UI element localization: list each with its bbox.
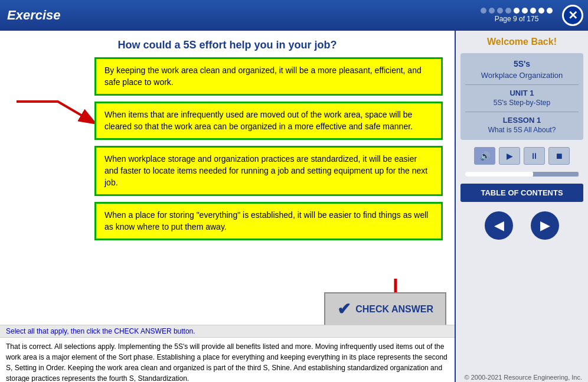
close-icon: ✕	[568, 9, 578, 21]
progress-bar-fill	[465, 172, 533, 177]
welcome-text: Welcome Back!	[487, 37, 557, 47]
next-icon: ▶	[540, 218, 550, 233]
page-dot-6	[522, 8, 528, 14]
close-button[interactable]: ✕	[562, 5, 583, 26]
feedback-text: That is correct. All selections apply. I…	[6, 342, 447, 382]
choice-2-text: When items that are infrequently used ar…	[104, 110, 413, 131]
page-dot-1	[481, 8, 486, 14]
check-answer-label: CHECK ANSWER	[355, 304, 433, 315]
instruction-bar: Select all that apply, then click the CH…	[0, 325, 455, 337]
choice-1-text: By keeping the work area clean and organ…	[104, 66, 422, 87]
stop-button[interactable]: ⏹	[548, 147, 570, 165]
question-title: How could a 5S effort help you in your j…	[0, 31, 455, 57]
right-sidebar: Welcome Back! 5S's Workplace Organizatio…	[455, 31, 588, 382]
course-info-box: 5S's Workplace Organization UNIT 1 5S's …	[460, 53, 583, 140]
choice-2[interactable]: When items that are infrequently used ar…	[94, 102, 443, 140]
choices-area: By keeping the work area clean and organ…	[0, 57, 455, 240]
checkmark-icon: ✔	[337, 299, 351, 319]
prev-button[interactable]: ◀	[485, 211, 513, 240]
choice-4-text: When a place for storing "everything" is…	[104, 210, 428, 231]
volume-icon: 🔊	[480, 151, 490, 161]
page-dot-8	[538, 8, 544, 14]
choice-3-text: When workplace storage and organization …	[104, 154, 427, 187]
page-dot-9	[547, 8, 553, 14]
pause-icon: ⏸	[530, 151, 538, 161]
lesson-title: What is 5S All About?	[465, 126, 579, 134]
play-icon: ▶	[507, 151, 513, 161]
pause-button[interactable]: ⏸	[524, 147, 545, 165]
main-content: How could a 5S effort help you in your j…	[0, 31, 455, 382]
instruction-text: Select all that apply, then click the CH…	[6, 327, 195, 335]
volume-button[interactable]: 🔊	[474, 147, 495, 165]
nav-buttons: ◀ ▶	[460, 211, 583, 240]
toc-button[interactable]: TABLE OF CONTENTS	[460, 184, 583, 202]
page-dot-5	[514, 8, 520, 14]
feedback-area: That is correct. All selections apply. I…	[0, 337, 455, 382]
next-button[interactable]: ▶	[531, 211, 559, 240]
course-subtitle: Workplace Organization	[465, 71, 579, 80]
unit-label: UNIT 1	[465, 89, 579, 97]
progress-row	[460, 172, 583, 177]
page-dot-2	[489, 8, 495, 14]
choice-4[interactable]: When a place for storing "everything" is…	[94, 202, 443, 240]
copyright: © 2000-2021 Resource Engineering, Inc.	[464, 374, 582, 381]
course-title: 5S's	[465, 59, 579, 68]
stop-icon: ⏹	[555, 151, 563, 161]
header-title: Exercise	[7, 8, 61, 23]
progress-bar[interactable]	[465, 172, 579, 177]
page-number: Page 9 of 175	[495, 15, 539, 23]
play-button[interactable]: ▶	[499, 147, 520, 165]
unit-title: 5S's Step-by-Step	[465, 99, 579, 107]
header-page-info: Page 9 of 175	[481, 0, 553, 31]
check-answer-wrapper: ✔ CHECK ANSWER	[324, 292, 446, 326]
media-controls: 🔊 ▶ ⏸ ⏹	[460, 147, 583, 165]
prev-icon: ◀	[494, 218, 504, 233]
page-dot-3	[497, 8, 503, 14]
page-dots	[481, 8, 553, 14]
choice-1[interactable]: By keeping the work area clean and organ…	[94, 57, 443, 96]
lesson-label: LESSON 1	[465, 116, 579, 125]
page-dot-7	[530, 8, 536, 14]
choice-3[interactable]: When workplace storage and organization …	[94, 146, 443, 196]
check-answer-button[interactable]: ✔ CHECK ANSWER	[324, 292, 446, 326]
header-bar: Exercise Page 9 of 175	[0, 0, 588, 31]
page-dot-4	[505, 8, 511, 14]
